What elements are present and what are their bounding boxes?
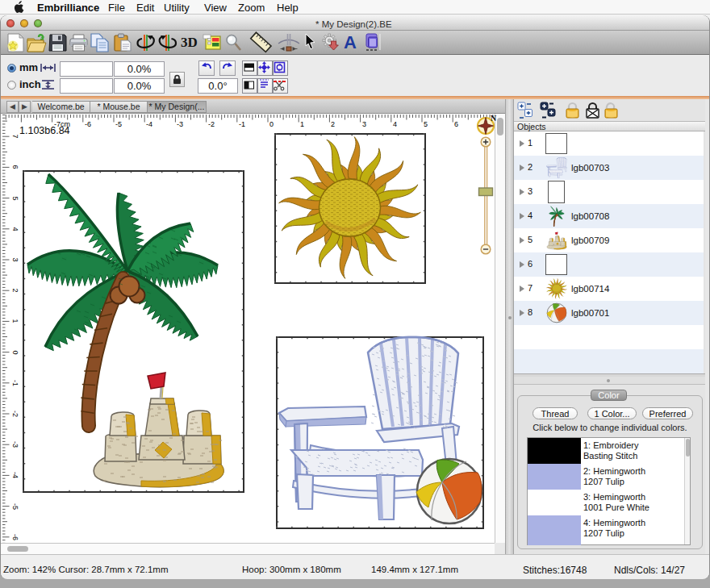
svg-text:N: N xyxy=(491,114,497,123)
svg-text:A: A xyxy=(344,32,357,52)
svg-text:3D: 3D xyxy=(181,35,198,50)
